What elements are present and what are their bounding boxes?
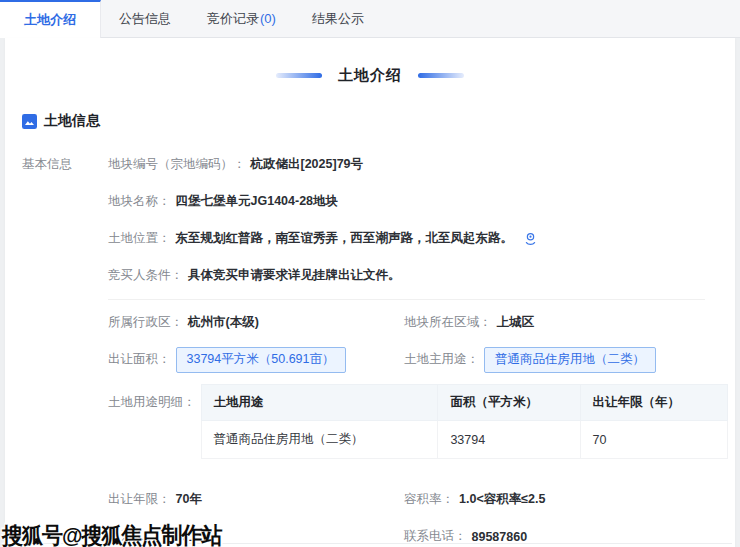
- tab-bar: 土地介绍 公告信息 竞价记录 (0) 结果公示: [0, 0, 740, 38]
- parcel-code-value: 杭政储出[2025]79号: [251, 156, 364, 173]
- land-info-icon: [22, 114, 37, 129]
- row-years-ratio: 出让年限： 70年 容积率： 1.0<容积率≤2.5: [108, 481, 730, 518]
- admin-region-label: 所属行政区：: [108, 314, 183, 331]
- tab-announcement[interactable]: 公告信息: [101, 0, 189, 37]
- page-title: 土地介绍: [5, 58, 735, 92]
- plot-ratio-label: 容积率：: [404, 491, 454, 508]
- use-cell-years: 70: [580, 421, 727, 459]
- main-use-label: 土地主用途：: [404, 351, 479, 368]
- district-label: 地块所在区域：: [404, 314, 492, 331]
- tab-land-intro[interactable]: 土地介绍: [0, 0, 101, 38]
- plot-ratio-value: 1.0<容积率≤2.5: [459, 491, 545, 508]
- row-region: 所属行政区： 杭州市(本级) 地块所在区域： 上城区: [108, 304, 730, 341]
- phone-value: 89587860: [472, 530, 528, 544]
- bidder-condition-label: 竞买人条件：: [108, 267, 183, 284]
- land-intro-panel: 土地介绍 土地信息 基本信息 地块编号（宗地编码）： 杭政储出[2025]79号…: [5, 38, 735, 547]
- district-value: 上城区: [497, 314, 535, 331]
- table-row: 普通商品住房用地（二类） 33794 70: [201, 421, 728, 459]
- parcel-name-label: 地块名称：: [108, 193, 171, 210]
- tab-bid-records[interactable]: 竞价记录 (0): [189, 0, 294, 37]
- use-cell-use: 普通商品住房用地（二类）: [201, 421, 438, 459]
- tab-announcement-label: 公告信息: [119, 10, 171, 28]
- use-table-header-area: 面积（平方米）: [438, 385, 580, 421]
- transfer-years-value: 70年: [176, 491, 202, 508]
- card-title: 土地信息: [44, 112, 100, 130]
- row-area-use: 出让面积： 33794平方米（50.691亩） 土地主用途： 普通商品住房用地（…: [108, 341, 730, 378]
- land-use-table-header-row: 土地用途 面积（平方米） 出让年限（年）: [201, 385, 728, 421]
- tab-land-intro-label: 土地介绍: [24, 11, 76, 29]
- transfer-years-label: 出让年限：: [108, 491, 171, 508]
- tab-result-publicity[interactable]: 结果公示: [294, 0, 382, 37]
- admin-region-value: 杭州市(本级): [188, 314, 259, 331]
- group-label: 基本信息: [5, 146, 108, 547]
- land-use-table: 土地用途 面积（平方米） 出让年限（年） 普通商品住房用地（二类） 33794 …: [201, 384, 729, 459]
- parcel-name-value: 四堡七堡单元JG1404-28地块: [176, 193, 339, 210]
- transfer-area-label: 出让面积：: [108, 351, 171, 368]
- page-title-text: 土地介绍: [338, 66, 402, 85]
- parcel-code-label: 地块编号（宗地编码）：: [108, 156, 246, 173]
- field-parcel-code: 地块编号（宗地编码）： 杭政储出[2025]79号: [108, 146, 730, 183]
- title-decor-right: [418, 73, 464, 78]
- section-divider: [108, 299, 705, 300]
- use-detail-label: 土地用途明细：: [108, 394, 196, 411]
- use-table-header-use: 土地用途: [201, 385, 438, 421]
- row-use-detail: 土地用途明细： 土地用途 面积（平方米） 出让年限（年） 普通商品住房用地（二类…: [108, 384, 730, 459]
- tab-bid-records-count: (0): [260, 11, 276, 26]
- location-value: 东至规划红普路，南至谊秀弄，西至潮声路，北至凤起东路。: [176, 230, 514, 247]
- bottom-divider: [20, 543, 732, 544]
- main-use-badge: 普通商品住房用地（二类）: [484, 347, 656, 373]
- title-decor-left: [276, 73, 322, 78]
- location-label: 土地位置：: [108, 230, 171, 247]
- card-header: 土地信息: [22, 112, 735, 130]
- use-cell-area: 33794: [438, 421, 580, 459]
- field-location: 土地位置： 东至规划红普路，南至谊秀弄，西至潮声路，北至凤起东路。: [108, 220, 730, 257]
- field-bidder-condition: 竞买人条件： 具体竞买申请要求详见挂牌出让文件。: [108, 257, 730, 294]
- use-table-header-years: 出让年限（年）: [580, 385, 727, 421]
- tab-bid-records-label: 竞价记录: [207, 10, 259, 28]
- tab-result-publicity-label: 结果公示: [312, 10, 364, 28]
- bidder-condition-value: 具体竞买申请要求详见挂牌出让文件。: [188, 267, 401, 284]
- transfer-area-badge: 33794平方米（50.691亩）: [176, 347, 346, 373]
- field-parcel-name: 地块名称： 四堡七堡单元JG1404-28地块: [108, 183, 730, 220]
- map-location-icon[interactable]: [523, 231, 538, 246]
- basic-info-section: 基本信息 地块编号（宗地编码）： 杭政储出[2025]79号 地块名称： 四堡七…: [5, 146, 735, 547]
